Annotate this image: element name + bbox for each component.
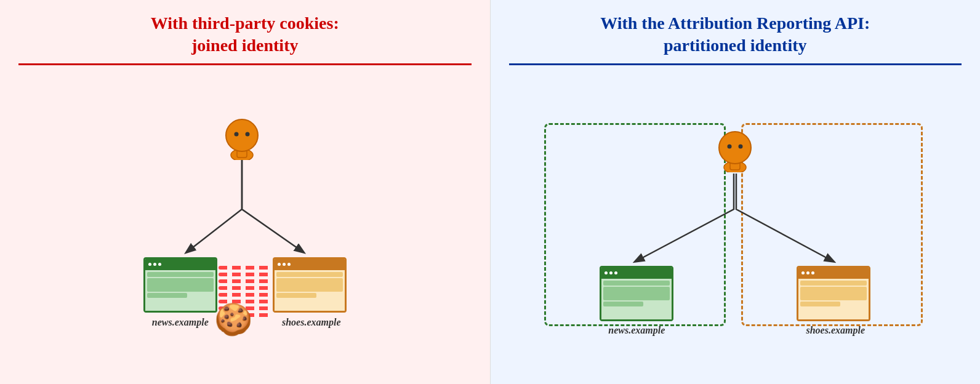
browser-news-right bbox=[600, 266, 673, 321]
news-label-right: news.example bbox=[596, 325, 677, 336]
right-divider bbox=[509, 63, 962, 65]
person-icon-left bbox=[223, 117, 260, 154]
browser-shoes-right bbox=[797, 266, 870, 321]
browser-news-left bbox=[143, 257, 217, 313]
shoes-label-left: shoes.example bbox=[268, 317, 355, 328]
right-panel: With the Attribution Reporting API: part… bbox=[491, 0, 981, 384]
right-title-line1: With the Attribution Reporting API: bbox=[600, 14, 870, 33]
svg-point-9 bbox=[739, 144, 743, 148]
right-diagram-content: news.example shoes.example bbox=[538, 111, 932, 338]
news-label-left: news.example bbox=[140, 317, 220, 328]
left-title-line2: joined identity bbox=[191, 36, 298, 55]
svg-point-7 bbox=[719, 132, 751, 164]
left-title-line1: With third-party cookies: bbox=[151, 14, 339, 33]
right-panel-title: With the Attribution Reporting API: part… bbox=[600, 12, 870, 57]
right-diagram: news.example shoes.example bbox=[509, 78, 962, 372]
shoes-label-right: shoes.example bbox=[792, 325, 878, 336]
left-panel-title: With third-party cookies: joined identit… bbox=[151, 12, 339, 57]
browser-shoes-left bbox=[273, 257, 347, 313]
person-icon-right bbox=[717, 129, 753, 166]
left-divider bbox=[18, 63, 472, 65]
right-title-line2: partitioned identity bbox=[664, 36, 807, 55]
svg-point-3 bbox=[234, 132, 238, 136]
svg-point-4 bbox=[245, 132, 249, 136]
left-diagram: 🍪 news.example shoes.example bbox=[18, 78, 472, 372]
left-panel: With third-party cookies: joined identit… bbox=[0, 0, 491, 384]
svg-point-2 bbox=[226, 119, 258, 151]
svg-point-8 bbox=[728, 144, 732, 148]
left-diagram-content: 🍪 news.example shoes.example bbox=[91, 111, 399, 338]
